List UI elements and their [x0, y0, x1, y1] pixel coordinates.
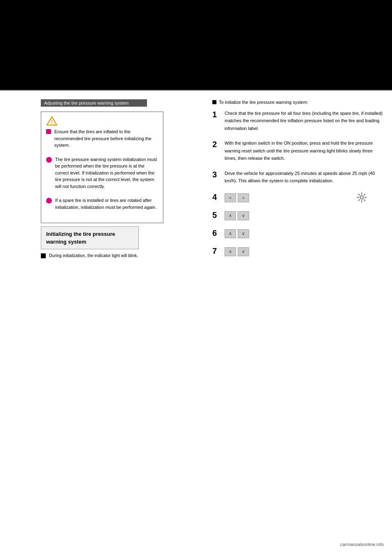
- section-4: 4 < >: [212, 192, 384, 202]
- svg-text:!: !: [51, 119, 53, 125]
- bottom-bullet-row: During initialization, the indicator lig…: [41, 253, 192, 259]
- section-7-up-button[interactable]: ∧: [225, 247, 236, 256]
- callout-box: Initializing the tire pressure warning s…: [41, 226, 139, 249]
- section-7-down-button[interactable]: ∨: [238, 247, 249, 256]
- svg-line-9: [364, 194, 365, 195]
- section-text-1: Check that the tire pressure for all fou…: [225, 111, 383, 131]
- section-6-down-button[interactable]: ∨: [238, 229, 249, 238]
- section-text-3: Drive the vehicle for approximately 25 m…: [225, 171, 375, 184]
- magenta-circle-bullet-2: [46, 157, 52, 163]
- svg-line-8: [364, 199, 365, 201]
- black-square-bullet: [41, 253, 46, 258]
- section-3: 3 Drive the vehicle for approximately 25…: [212, 169, 384, 184]
- bullet-row-1: Ensure that the tires are inflated to th…: [46, 128, 158, 149]
- gear-icon: [356, 192, 368, 205]
- warning-triangle-icon: !: [46, 116, 58, 126]
- section-5: 5 ∧ ∨: [212, 210, 384, 220]
- bullet-text-2: The tire pressure warning system initial…: [55, 156, 158, 190]
- section-6-up-button[interactable]: ∧: [225, 229, 236, 238]
- section-num-6: 6: [212, 228, 225, 238]
- section-content-6: ∧ ∨: [225, 228, 384, 238]
- page: Adjusting the tire pressure warning syst…: [0, 0, 392, 555]
- top-black-area: [0, 0, 392, 90]
- section-7-ud-buttons: ∧ ∨: [225, 247, 384, 256]
- section-num-4: 4: [212, 192, 225, 202]
- svg-point-2: [360, 196, 363, 199]
- right-arrow-button[interactable]: >: [238, 193, 249, 202]
- section-text-2: With the ignition switch in the ON posit…: [225, 141, 373, 161]
- section-content-7: ∧ ∨: [225, 246, 384, 256]
- watermark-text: carmanualsonline.info: [340, 542, 384, 547]
- section-7: 7 ∧ ∨: [212, 246, 384, 256]
- bottom-bullet-text: During initialization, the indicator lig…: [49, 253, 138, 259]
- bullet-text-3: If a spare tire is installed or tires ar…: [55, 197, 158, 210]
- svg-line-10: [359, 199, 360, 201]
- bullet-row-3: If a spare tire is installed or tires ar…: [46, 197, 158, 210]
- section-6: 6 ∧ ∨: [212, 228, 384, 238]
- section-num-3: 3: [212, 169, 225, 179]
- watermark: carmanualsonline.info: [340, 542, 384, 547]
- section-header: Adjusting the tire pressure warning syst…: [41, 99, 147, 107]
- section-num-2: 2: [212, 139, 225, 149]
- magenta-circle-bullet-3: [46, 198, 52, 204]
- section-6-ud-buttons: ∧ ∨: [225, 229, 384, 238]
- section-num-5: 5: [212, 210, 225, 220]
- section-num-1: 1: [212, 109, 225, 119]
- vertical-sections: 1 Check that the tire pressure for all f…: [212, 109, 384, 264]
- pink-square-bullet-1: [46, 129, 51, 134]
- main-content: Adjusting the tire pressure warning syst…: [0, 91, 392, 275]
- warning-box: ! Ensure that the tires are inflated to …: [41, 112, 163, 223]
- section-top-text: To initialize the tire pressure warning …: [219, 99, 308, 106]
- section-2: 2 With the ignition switch in the ON pos…: [212, 139, 384, 162]
- right-col-top-row: To initialize the tire pressure warning …: [212, 99, 384, 107]
- section-header-text: Adjusting the tire pressure warning syst…: [44, 101, 129, 105]
- warning-icon-row: !: [46, 116, 158, 126]
- section-num-7: 7: [212, 246, 225, 256]
- bullet-row-2: The tire pressure warning system initial…: [46, 156, 158, 190]
- left-column: Adjusting the tire pressure warning syst…: [0, 95, 200, 271]
- section-content-1: Check that the tire pressure for all fou…: [225, 109, 384, 132]
- top-black-sq-icon: [212, 100, 216, 104]
- section-content-5: ∧ ∨: [225, 210, 384, 220]
- section-content-2: With the ignition switch in the ON posit…: [225, 139, 384, 162]
- bullet-text-1: Ensure that the tires are inflated to th…: [54, 128, 158, 149]
- right-column: To initialize the tire pressure warning …: [200, 95, 392, 271]
- section-5-up-button[interactable]: ∧: [225, 211, 236, 220]
- section-5-ud-buttons: ∧ ∨: [225, 211, 384, 220]
- callout-title-text: Initializing the tire pressure warning s…: [46, 231, 115, 245]
- svg-line-7: [359, 194, 360, 195]
- section-5-down-button[interactable]: ∨: [238, 211, 249, 220]
- section-content-3: Drive the vehicle for approximately 25 m…: [225, 169, 384, 184]
- section-1: 1 Check that the tire pressure for all f…: [212, 109, 384, 132]
- left-arrow-button[interactable]: <: [225, 193, 236, 202]
